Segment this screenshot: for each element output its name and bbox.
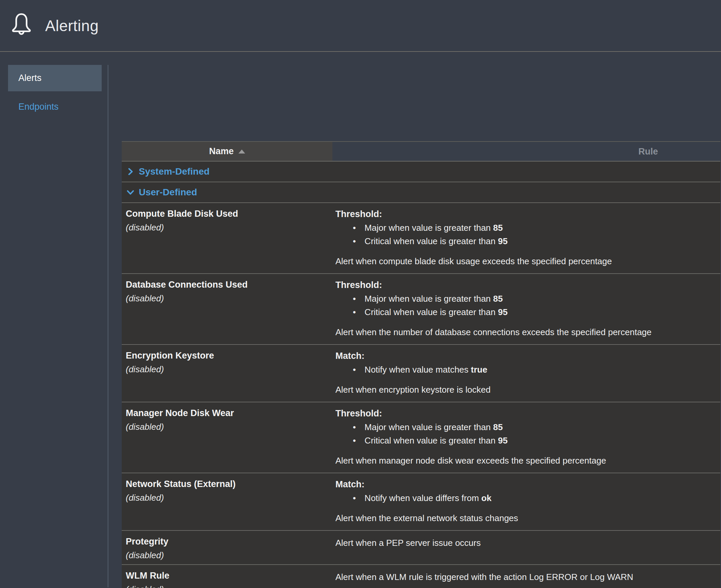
main-panel: Name Rule System-DefinedUser-DefinedComp… xyxy=(108,52,721,587)
rule-type-heading: Threshold: xyxy=(335,208,707,220)
rule-description: Alert when a WLM rule is triggered with … xyxy=(335,571,707,583)
alert-row[interactable]: Protegrity(disabled)Alert when a PEP ser… xyxy=(122,531,720,565)
alert-row[interactable]: Database Connections Used(disabled)Thres… xyxy=(122,274,720,345)
rule-type-heading: Threshold: xyxy=(335,407,707,420)
page-title: Alerting xyxy=(45,17,99,35)
alert-status: (disabled) xyxy=(126,421,327,433)
page-header: Alerting xyxy=(0,0,721,52)
sidebar-item-alerts[interactable]: Alerts xyxy=(8,65,102,91)
rule-condition: Critical when value is greater than 95 xyxy=(335,434,707,447)
column-header-rule-label: Rule xyxy=(638,146,658,156)
alert-row[interactable]: Network Status (External)(disabled)Match… xyxy=(122,473,720,531)
chevron-down-icon xyxy=(126,188,134,196)
alert-name: Network Status (External) xyxy=(126,478,327,490)
alert-name-cell: Encryption Keystore(disabled) xyxy=(122,345,333,402)
sidebar-item-endpoints-label: Endpoints xyxy=(18,102,59,112)
section-row-user-defined[interactable]: User-Defined xyxy=(122,182,720,203)
alert-name: Compute Blade Disk Used xyxy=(126,208,327,220)
rule-conditions: Major when value is greater than 85Criti… xyxy=(335,221,707,248)
section-label-user-defined: User-Defined xyxy=(139,187,197,198)
alert-name-cell: WLM Rule(disabled) xyxy=(122,565,333,588)
alert-status: (disabled) xyxy=(126,293,327,304)
alert-name: WLM Rule xyxy=(126,570,327,582)
sidebar: Alerts Endpoints xyxy=(0,65,108,587)
alert-status: (disabled) xyxy=(126,584,327,588)
alert-row[interactable]: Compute Blade Disk Used(disabled)Thresho… xyxy=(122,203,720,274)
section-row-system-defined[interactable]: System-Defined xyxy=(122,162,720,182)
rule-description: Alert when a PEP server issue occurs xyxy=(335,537,707,549)
alert-status: (disabled) xyxy=(126,549,327,561)
rule-description: Alert when encryption keystore is locked xyxy=(335,384,707,396)
alert-name-cell: Compute Blade Disk Used(disabled) xyxy=(122,203,333,273)
content-area: Alerts Endpoints Name Rule System-Define… xyxy=(0,52,721,587)
rule-type-heading: Threshold: xyxy=(335,279,707,291)
alert-name-cell: Network Status (External)(disabled) xyxy=(122,473,333,530)
sidebar-item-alerts-label: Alerts xyxy=(18,73,41,83)
alert-name-cell: Database Connections Used(disabled) xyxy=(122,274,333,344)
alert-row[interactable]: WLM Rule(disabled)Alert when a WLM rule … xyxy=(122,565,720,588)
rule-type-heading: Match: xyxy=(335,478,707,491)
rule-condition: Critical when value is greater than 95 xyxy=(335,306,707,319)
rule-conditions: Notify when value differs from ok xyxy=(335,491,707,505)
bell-icon xyxy=(10,12,33,40)
alert-status: (disabled) xyxy=(126,363,327,375)
alert-rule-cell: Match:Notify when value matches trueAler… xyxy=(333,345,720,402)
alert-name: Database Connections Used xyxy=(126,279,327,291)
rule-description: Alert when the external network status c… xyxy=(335,512,707,524)
alert-rule-cell: Alert when a PEP server issue occurs xyxy=(333,531,720,564)
rule-description: Alert when compute blade disk usage exce… xyxy=(335,255,707,267)
alert-name: Protegrity xyxy=(126,536,327,548)
rule-description: Alert when manager node disk wear exceed… xyxy=(335,455,707,467)
chevron-right-icon xyxy=(126,168,134,175)
alert-rule-cell: Alert when a WLM rule is triggered with … xyxy=(333,565,720,588)
alert-name-cell: Manager Node Disk Wear(disabled) xyxy=(122,402,333,472)
rule-conditions: Major when value is greater than 85Criti… xyxy=(335,420,707,447)
alert-name: Encryption Keystore xyxy=(126,350,327,361)
alert-status: (disabled) xyxy=(126,222,327,233)
alert-row[interactable]: Manager Node Disk Wear(disabled)Threshol… xyxy=(122,402,720,473)
sort-ascending-icon xyxy=(238,149,245,153)
alert-rule-cell: Threshold:Major when value is greater th… xyxy=(333,402,720,472)
alert-rule-cell: Threshold:Major when value is greater th… xyxy=(333,203,720,273)
alerts-table-header: Name Rule xyxy=(122,142,720,162)
rule-type-heading: Match: xyxy=(335,350,707,362)
column-header-rule[interactable]: Rule xyxy=(333,142,720,161)
rule-description: Alert when the number of database connec… xyxy=(335,326,707,338)
rule-conditions: Major when value is greater than 85Criti… xyxy=(335,292,707,319)
alert-rule-cell: Match:Notify when value differs from okA… xyxy=(333,473,720,530)
sidebar-item-endpoints[interactable]: Endpoints xyxy=(8,100,102,113)
rule-condition: Major when value is greater than 85 xyxy=(335,221,707,234)
alert-name-cell: Protegrity(disabled) xyxy=(122,531,333,564)
column-header-name[interactable]: Name xyxy=(122,142,333,161)
alert-row[interactable]: Encryption Keystore(disabled)Match:Notif… xyxy=(122,345,720,402)
rule-condition: Major when value is greater than 85 xyxy=(335,420,707,434)
rule-condition: Notify when value differs from ok xyxy=(335,491,707,505)
rule-condition: Major when value is greater than 85 xyxy=(335,292,707,306)
alert-rule-cell: Threshold:Major when value is greater th… xyxy=(333,274,720,344)
rule-condition: Critical when value is greater than 95 xyxy=(335,234,707,248)
rule-conditions: Notify when value matches true xyxy=(335,363,707,376)
alerts-table: Name Rule System-DefinedUser-DefinedComp… xyxy=(122,141,720,588)
alerts-table-body: System-DefinedUser-DefinedCompute Blade … xyxy=(122,162,720,588)
rule-condition: Notify when value matches true xyxy=(335,363,707,376)
column-header-name-label: Name xyxy=(209,146,234,156)
section-label-system-defined: System-Defined xyxy=(139,166,210,177)
alert-status: (disabled) xyxy=(126,492,327,503)
alert-name: Manager Node Disk Wear xyxy=(126,407,327,419)
